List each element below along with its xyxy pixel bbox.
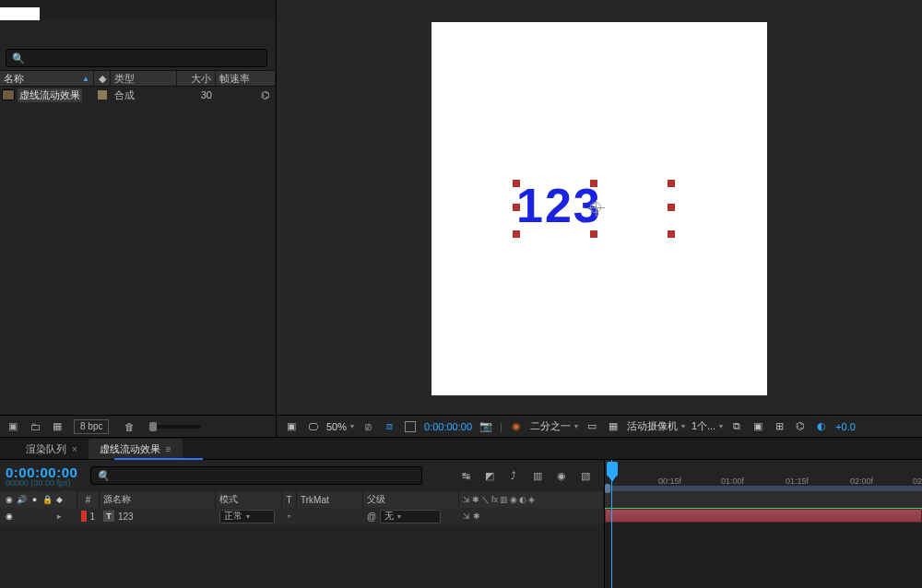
adjustment-switch-icon[interactable]: ◐: [519, 495, 526, 504]
layer-label-color[interactable]: [81, 511, 87, 522]
layer-shy-switch[interactable]: ⇲: [463, 512, 470, 521]
motionblur-switch-icon[interactable]: ◉: [510, 495, 517, 504]
cti-line[interactable]: [611, 460, 612, 588]
selection-handle[interactable]: [590, 230, 597, 238]
camera-dropdown[interactable]: 活动摄像机▾: [627, 419, 685, 433]
blend-mode-dropdown[interactable]: 正常▾: [219, 510, 275, 523]
label-column-icon[interactable]: ◆: [94, 71, 111, 86]
roi-icon[interactable]: ▭: [585, 420, 599, 433]
composition-canvas[interactable]: 123: [431, 22, 767, 395]
selection-handle[interactable]: [513, 230, 520, 238]
work-area-bar[interactable]: [605, 486, 922, 491]
channel-icon[interactable]: ◉: [509, 420, 524, 433]
timeline-frame-info: 00000 (30.00 fps): [6, 478, 77, 488]
solo-column-icon[interactable]: ●: [30, 495, 40, 505]
sort-asc-icon: ▲: [82, 75, 89, 83]
pixel-aspect-icon[interactable]: ⧉: [729, 420, 744, 433]
project-item-row[interactable]: 虚线流动效果 合成 30 ⌬: [0, 87, 276, 103]
fast-preview-icon[interactable]: ▣: [751, 420, 765, 433]
time-ruler[interactable]: 00:15f 01:00f 01:15f 02:00f 02: [605, 460, 922, 491]
text-layer-icon: T: [103, 511, 114, 522]
twirl-icon[interactable]: ▸: [54, 512, 65, 522]
collapse-switch-icon[interactable]: ✱: [472, 495, 479, 504]
reset-exposure-icon[interactable]: ◐: [814, 420, 829, 433]
timeline-layer-row[interactable]: ◉ ▸ 1 T 123 正常▾: [0, 508, 604, 524]
viewer-footer: ▣ 🖵 50%▾ ⎚ ⧈ 0:00:00:00 📷 | ◉ 二分之一▾ ▭ ▦ …: [277, 415, 922, 437]
fullres-icon[interactable]: ⎚: [361, 420, 375, 433]
selection-handle[interactable]: [590, 180, 597, 187]
search-icon: 🔍: [12, 53, 25, 65]
pickwhip-icon[interactable]: @: [367, 512, 376, 522]
tab-render-queue[interactable]: 渲染队列×: [15, 439, 89, 459]
project-footer: ▣ 🗀 ▦ 8 bpc 🗑: [0, 415, 276, 437]
current-time-display[interactable]: 0:00:00:00: [424, 421, 472, 432]
layer-duration-bar[interactable]: [605, 509, 922, 523]
timeline-search-input[interactable]: 🔍: [90, 466, 422, 485]
timeline-panel: 渲染队列× 虚线流动效果≡ 0:00:00:00 00000 (30.00 fp…: [0, 438, 922, 588]
composition-viewer-panel: 123 ▣ 🖵 50%▾ ⎚: [277, 0, 922, 437]
thumbnail-size-slider[interactable]: [149, 425, 201, 429]
active-panel-tab[interactable]: [0, 7, 40, 20]
project-search-input[interactable]: 🔍: [6, 49, 267, 67]
trash-icon[interactable]: 🗑: [122, 420, 136, 433]
composition-icon: [2, 89, 15, 100]
monitor-icon[interactable]: 🖵: [305, 420, 320, 433]
work-area-start-handle[interactable]: [605, 484, 610, 493]
video-column-icon[interactable]: ◉: [4, 495, 14, 505]
layer-collapse-switch[interactable]: ✱: [473, 512, 480, 521]
mask-icon[interactable]: [403, 420, 418, 433]
fx-switch-icon[interactable]: fx: [491, 495, 498, 504]
flowchart-icon[interactable]: ⌬: [216, 89, 276, 101]
selection-handle[interactable]: [668, 230, 675, 238]
new-folder-icon[interactable]: 🗀: [28, 420, 42, 433]
selection-handle[interactable]: [668, 180, 675, 187]
frame-blend-icon[interactable]: ▥: [530, 470, 545, 482]
resolution-dropdown[interactable]: 二分之一▾: [530, 419, 578, 433]
tab-composition[interactable]: 虚线流动效果≡: [89, 439, 183, 459]
preserve-transparency-toggle[interactable]: ▫: [286, 512, 292, 522]
audio-column-icon[interactable]: 🔊: [17, 495, 27, 505]
flowchart-icon[interactable]: ⌬: [793, 420, 808, 433]
layer-name[interactable]: 123: [118, 512, 134, 522]
draft3d-icon[interactable]: ◩: [482, 470, 497, 482]
project-column-header[interactable]: 名称▲ ◆ 类型 大小 帧速率: [0, 70, 276, 87]
transparency-grid-icon[interactable]: ▦: [606, 420, 621, 433]
interpret-footage-icon[interactable]: ▣: [6, 420, 20, 433]
exposure-value[interactable]: +0.0: [835, 421, 856, 432]
label-column-icon[interactable]: ◆: [54, 495, 65, 505]
cti-playhead[interactable]: [607, 462, 618, 476]
shy-switch-icon[interactable]: ⇲: [463, 495, 470, 504]
snapshot-icon[interactable]: 📷: [479, 420, 493, 433]
search-icon: 🔍: [97, 470, 110, 482]
graph-editor-icon[interactable]: ▧: [578, 470, 593, 482]
selected-text-layer[interactable]: 123: [516, 183, 671, 234]
3d-switch-icon[interactable]: ◈: [528, 495, 535, 504]
anchor-point-icon[interactable]: [590, 202, 601, 213]
parent-dropdown[interactable]: 无▾: [380, 510, 441, 523]
views-dropdown[interactable]: 1个...▾: [692, 419, 723, 433]
selection-handle[interactable]: [668, 204, 675, 211]
project-bpc-button[interactable]: 8 bpc: [74, 419, 109, 434]
lock-column-icon[interactable]: 🔒: [42, 495, 52, 505]
layer-track[interactable]: [605, 508, 922, 524]
label-color-swatch[interactable]: [98, 90, 107, 100]
selection-handle[interactable]: [513, 204, 520, 211]
project-tab-strip: [0, 0, 276, 20]
timeline-current-time[interactable]: 0:00:00:00: [6, 465, 77, 480]
frameblend-switch-icon[interactable]: ▥: [500, 495, 508, 504]
toggle-alpha-icon[interactable]: ▣: [284, 420, 299, 433]
new-comp-icon[interactable]: ▦: [50, 420, 65, 433]
timeline-tab-strip: 渲染队列× 虚线流动效果≡: [0, 438, 922, 460]
shy-icon[interactable]: ⤴: [506, 470, 521, 482]
selection-handle[interactable]: [513, 180, 520, 187]
timeline-column-header: ◉ 🔊 ● 🔒 ◆ # 源名称 模式 T TrkMat 父级 ⇲ ✱: [0, 491, 604, 508]
close-tab-icon[interactable]: ×: [72, 444, 77, 454]
motion-blur-icon[interactable]: ◉: [554, 470, 569, 482]
timeline-track-area[interactable]: 00:15f 01:00f 01:15f 02:00f 02: [605, 460, 922, 588]
visibility-toggle-icon[interactable]: ◉: [4, 512, 14, 522]
zoom-dropdown[interactable]: 50%▾: [326, 421, 354, 432]
timeline-icon[interactable]: ⊞: [772, 420, 786, 433]
tab-menu-icon[interactable]: ≡: [166, 444, 171, 454]
safezone-icon[interactable]: ⧈: [382, 420, 396, 433]
comp-mini-flowchart-icon[interactable]: ↹: [458, 470, 473, 482]
